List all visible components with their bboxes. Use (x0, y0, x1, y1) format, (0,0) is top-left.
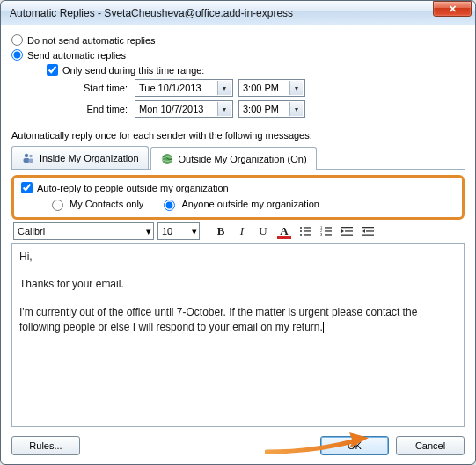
ok-button[interactable]: OK (320, 436, 389, 455)
svg-point-8 (300, 230, 302, 232)
svg-rect-22 (362, 227, 374, 228)
radio-do-not-send[interactable] (11, 34, 23, 46)
font-color-button[interactable]: A (275, 222, 293, 240)
tabs: Inside My Organization Outside My Organi… (11, 146, 465, 170)
start-date-value: Tue 10/1/2013 (139, 83, 217, 93)
font-name-value: Calibri (18, 226, 146, 236)
radio-contacts-only[interactable] (52, 200, 63, 211)
rules-label: Rules... (29, 440, 62, 451)
svg-rect-7 (304, 227, 311, 228)
chevron-down-icon: ▾ (217, 81, 231, 95)
underline-button[interactable]: U (254, 222, 272, 240)
svg-rect-21 (341, 235, 353, 236)
people-icon (21, 151, 35, 165)
option-contacts-only[interactable]: My Contacts only (48, 197, 143, 211)
svg-point-6 (300, 227, 302, 229)
bullet-list-button[interactable] (297, 222, 314, 240)
radio-anyone-outside[interactable] (164, 200, 175, 211)
cancel-label: Cancel (415, 440, 445, 451)
svg-rect-1 (24, 158, 30, 163)
label-send: Send automatic replies (27, 50, 126, 61)
svg-point-2 (29, 154, 33, 157)
svg-rect-11 (304, 234, 311, 235)
svg-rect-24 (366, 230, 374, 231)
close-button[interactable]: ✕ (433, 1, 472, 17)
option-do-not-send[interactable]: Do not send automatic replies (11, 34, 465, 46)
format-toolbar: Calibri ▾ 10 ▾ B I U A 123 (11, 220, 465, 243)
svg-rect-25 (362, 235, 374, 236)
start-time-row: Start time: Tue 10/1/2013 ▾ 3:00 PM ▾ (64, 79, 465, 97)
start-time-combo[interactable]: 3:00 PM ▾ (238, 79, 305, 97)
message-editor[interactable]: Hi, Thanks for your email. I'm currently… (11, 243, 465, 427)
option-only-range[interactable]: Only send during this time range: (47, 64, 465, 76)
svg-marker-23 (362, 229, 365, 233)
titlebar[interactable]: Automatic Replies - SvetaCheusheva@offic… (1, 1, 475, 25)
close-icon: ✕ (449, 4, 457, 15)
font-name-combo[interactable]: Calibri ▾ (13, 222, 154, 240)
svg-rect-18 (341, 227, 353, 228)
option-anyone-outside[interactable]: Anyone outside my organization (159, 197, 319, 211)
indent-button[interactable] (360, 222, 377, 240)
svg-marker-19 (341, 229, 344, 233)
end-date-value: Mon 10/7/2013 (139, 104, 217, 114)
start-label: Start time: (64, 83, 135, 93)
chevron-down-icon: ▾ (146, 226, 151, 237)
svg-rect-13 (325, 227, 332, 228)
end-time-row: End time: Mon 10/7/2013 ▾ 3:00 PM ▾ (64, 100, 465, 118)
globe-icon (160, 152, 174, 166)
checkbox-auto-reply-outside[interactable] (21, 182, 33, 193)
chevron-down-icon: ▾ (192, 226, 197, 237)
start-time-value: 3:00 PM (243, 83, 289, 93)
message-line: I'm currently out of the office until 7-… (19, 305, 457, 336)
section-label: Automatically reply once for each sender… (11, 130, 465, 141)
label-auto-reply-outside: Auto-reply to people outside my organiza… (37, 183, 229, 193)
svg-rect-9 (304, 230, 311, 231)
tab-outside-org[interactable]: Outside My Organization (On) (150, 147, 317, 170)
chevron-down-icon: ▾ (289, 102, 303, 116)
svg-rect-15 (325, 230, 332, 231)
svg-point-10 (300, 234, 302, 236)
svg-point-0 (25, 153, 28, 156)
bold-button[interactable]: B (212, 222, 230, 240)
option-send[interactable]: Send automatic replies (11, 49, 465, 61)
font-size-value: 10 (162, 226, 192, 236)
option-auto-reply-outside[interactable]: Auto-reply to people outside my organiza… (21, 182, 455, 193)
outdent-button[interactable] (339, 222, 356, 240)
client-area: Do not send automatic replies Send autom… (1, 25, 475, 464)
svg-rect-17 (325, 234, 332, 235)
tab-inside-label: Inside My Organization (40, 153, 139, 163)
text-cursor (323, 322, 324, 333)
window-title: Automatic Replies - SvetaCheusheva@offic… (10, 7, 433, 19)
label-contacts-only: My Contacts only (70, 199, 143, 209)
tab-inside-org[interactable]: Inside My Organization (11, 146, 149, 169)
end-time-combo[interactable]: 3:00 PM ▾ (238, 100, 305, 118)
message-line: Thanks for your email. (19, 277, 457, 292)
cancel-button[interactable]: Cancel (396, 436, 465, 455)
tab-outside-label: Outside My Organization (On) (179, 154, 307, 164)
svg-rect-3 (29, 158, 34, 163)
automatic-replies-dialog: Automatic Replies - SvetaCheusheva@offic… (0, 0, 476, 465)
italic-button[interactable]: I (233, 222, 251, 240)
start-date-combo[interactable]: Tue 10/1/2013 ▾ (135, 79, 233, 97)
dialog-footer: Rules... OK Cancel (11, 427, 465, 455)
chevron-down-icon: ▾ (289, 81, 303, 95)
svg-text:3: 3 (320, 232, 323, 236)
label-anyone-outside: Anyone outside my organization (181, 199, 319, 209)
rules-button[interactable]: Rules... (11, 436, 80, 455)
checkbox-only-range[interactable] (47, 64, 58, 76)
end-time-value: 3:00 PM (243, 104, 289, 114)
outside-options-box: Auto-reply to people outside my organiza… (11, 175, 465, 220)
font-size-combo[interactable]: 10 ▾ (157, 222, 200, 240)
label-only-range: Only send during this time range: (62, 65, 204, 76)
end-label: End time: (64, 104, 135, 114)
chevron-down-icon: ▾ (217, 102, 231, 116)
label-do-not-send: Do not send automatic replies (27, 35, 156, 46)
ok-label: OK (348, 440, 362, 451)
numbered-list-button[interactable]: 123 (318, 222, 335, 240)
radio-send[interactable] (11, 49, 23, 61)
svg-rect-20 (345, 230, 353, 231)
end-date-combo[interactable]: Mon 10/7/2013 ▾ (135, 100, 233, 118)
message-line: Hi, (19, 250, 457, 265)
